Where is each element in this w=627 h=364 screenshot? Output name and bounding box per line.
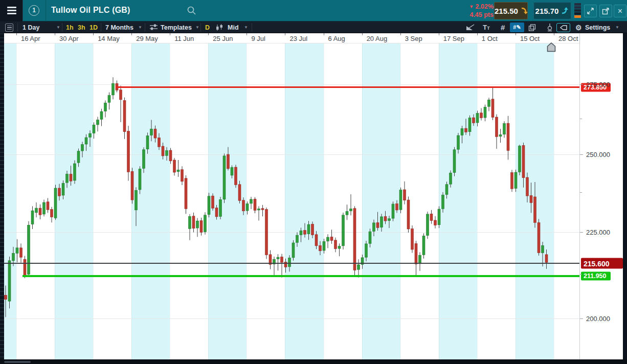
price-type-dropdown[interactable]: Mid <box>228 21 239 33</box>
timeframe-1d-button[interactable]: 1D <box>89 21 98 33</box>
candle <box>396 204 398 210</box>
templates-sliders-icon <box>149 21 158 33</box>
price-tick <box>580 318 583 319</box>
date-label: 30 Apr <box>59 35 79 42</box>
change-percent: 2.02% <box>476 3 494 10</box>
date-label: 1 Oct <box>482 35 498 42</box>
candle <box>47 202 49 210</box>
shape-tool-button-active[interactable] <box>556 23 570 32</box>
interval-badge[interactable]: D <box>205 21 210 33</box>
menu-button[interactable] <box>0 0 23 21</box>
candlestick-type-icon[interactable] <box>215 21 224 33</box>
bottom-scrollbar[interactable] <box>0 359 627 364</box>
candle <box>35 208 38 213</box>
reset-view-home-icon[interactable] <box>546 42 556 52</box>
date-label: 23 Jul <box>289 35 307 42</box>
date-axis[interactable]: 16 Apr30 Apr14 May29 May11 Jun25 Jun9 Ju… <box>0 33 623 43</box>
date-label: 29 May <box>136 35 158 42</box>
hamburger-icon <box>7 7 16 8</box>
candle <box>530 196 532 203</box>
date-label: 16 Apr <box>21 35 40 42</box>
sell-button[interactable]: 215.50 <box>494 2 528 19</box>
layers-button[interactable] <box>528 21 536 33</box>
popout-icon <box>602 7 610 15</box>
edit-grid-button-active[interactable]: #✎ <box>510 22 524 32</box>
candle <box>473 118 475 123</box>
candle <box>357 265 360 269</box>
chart-area[interactable] <box>0 43 579 359</box>
candle <box>81 145 84 151</box>
candle <box>162 146 164 156</box>
right-window-edge <box>623 33 627 364</box>
candle <box>399 190 402 210</box>
candle <box>39 208 41 215</box>
candle <box>70 174 72 181</box>
candle <box>51 210 53 217</box>
candle <box>388 219 391 221</box>
scrollbar-thumb[interactable] <box>4 361 31 363</box>
date-tick <box>170 33 170 35</box>
price-axis[interactable]: 273.850 215.600 211.950 275.000250.00022… <box>579 33 623 364</box>
support-line[interactable] <box>23 275 579 277</box>
candle <box>158 138 161 147</box>
left-panel-edge[interactable] <box>0 33 4 364</box>
timeframe-1h-button[interactable]: 1h <box>66 21 74 33</box>
candle <box>491 99 494 118</box>
date-label: 20 Aug <box>367 35 388 42</box>
collapse-button[interactable] <box>584 5 597 17</box>
resistance-line[interactable] <box>116 86 579 88</box>
popout-button[interactable] <box>599 5 612 17</box>
date-label: 28 Oct <box>558 35 578 42</box>
indicator-dropper-button[interactable] <box>546 21 553 33</box>
date-label: 9 Jul <box>251 35 265 42</box>
candle <box>304 231 306 235</box>
candle <box>411 229 414 249</box>
candle <box>43 202 46 214</box>
candle <box>177 170 180 172</box>
candle <box>235 167 237 185</box>
candle <box>28 225 30 274</box>
candle <box>334 240 337 249</box>
templates-dropdown[interactable]: Templates <box>161 21 192 33</box>
candle <box>496 117 498 136</box>
candle <box>62 183 64 195</box>
candle <box>311 224 314 235</box>
candle <box>415 243 417 264</box>
search-icon[interactable] <box>187 6 197 16</box>
date-label: 25 Jun <box>213 35 233 42</box>
candle <box>438 209 440 225</box>
candle <box>422 236 425 255</box>
instrument-title: Tullow Oil PLC (GB) <box>51 6 130 15</box>
chart-list-button[interactable] <box>5 21 13 33</box>
date-tick <box>554 33 554 35</box>
range-dropdown[interactable]: 7 Months <box>105 21 133 33</box>
candle <box>258 209 260 210</box>
buy-price: 215.70 <box>535 7 559 15</box>
settings-caret-icon: ▼ <box>615 21 619 33</box>
candle <box>369 232 371 243</box>
close-button[interactable]: × <box>614 5 626 17</box>
candle <box>300 231 302 235</box>
text-annotation-button[interactable]: TT <box>483 21 490 33</box>
candle <box>292 243 295 258</box>
price-tick-label: 225.000 <box>586 228 610 236</box>
instrument-number-badge[interactable]: 1 <box>29 5 39 16</box>
collapse-icon <box>587 7 594 15</box>
candle <box>238 185 241 201</box>
buy-button[interactable]: 215.70 <box>533 2 571 19</box>
candle <box>376 222 379 228</box>
depth-ladder-icon[interactable] <box>574 3 581 18</box>
date-label: 6 Aug <box>328 35 345 42</box>
gridlines-button[interactable]: # <box>501 21 505 33</box>
candle <box>208 196 210 215</box>
candle <box>74 164 76 180</box>
candle <box>538 222 540 253</box>
timeframe-3h-button[interactable]: 3h <box>78 21 85 33</box>
candle <box>227 154 230 169</box>
settings-button[interactable]: Settings <box>585 21 610 33</box>
candle <box>219 200 222 217</box>
draw-trendline-button[interactable] <box>465 21 475 33</box>
candle <box>231 168 233 175</box>
candle <box>100 111 103 119</box>
candle <box>212 196 214 208</box>
